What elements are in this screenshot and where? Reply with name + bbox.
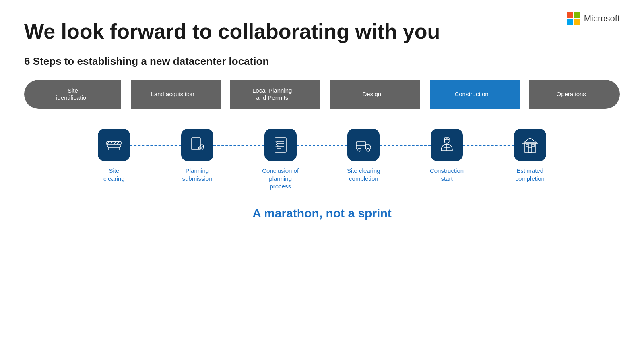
ms-blue-square <box>567 19 573 25</box>
svg-line-6 <box>111 142 112 144</box>
milestone-icon-site-clearing-completion <box>347 129 380 161</box>
milestone-label-site-clearing-completion: Site clearingcompletion <box>347 167 380 182</box>
milestone-construction-start: Constructionstart <box>405 129 489 182</box>
svg-line-1 <box>107 144 108 147</box>
connector-5 <box>463 145 514 146</box>
milestone-estimated-completion: Estimatedcompletion <box>488 129 572 182</box>
ms-green-square <box>574 12 580 18</box>
microsoft-name: Microsoft <box>584 13 620 24</box>
page-title: We look forward to collaborating with yo… <box>24 20 620 43</box>
page-subtitle: 6 Steps to establishing a new datacenter… <box>24 55 620 68</box>
svg-point-24 <box>367 148 370 151</box>
truck-icon <box>355 136 372 154</box>
connector-3 <box>297 145 348 146</box>
connector-1 <box>130 145 181 146</box>
microsoft-logo-grid <box>567 12 580 25</box>
checklist-icon <box>272 136 289 154</box>
svg-rect-32 <box>528 147 532 152</box>
connector-2 <box>213 145 264 146</box>
ms-red-square <box>567 12 573 18</box>
milestones-container: Siteclearing Planningsubmission <box>24 129 620 191</box>
pipeline-step-land-acquisition: Land acquisition <box>122 80 221 109</box>
svg-line-8 <box>117 142 119 144</box>
pipeline-step-local-planning: Local Planning and Permits <box>221 80 321 109</box>
ms-yellow-square <box>574 19 580 25</box>
pipeline-step-site-identification: Site identification <box>24 80 122 109</box>
milestone-label-estimated-completion: Estimatedcompletion <box>515 167 545 182</box>
svg-rect-17 <box>275 138 286 152</box>
svg-rect-22 <box>356 142 366 149</box>
milestone-label-planning-submission: Planningsubmission <box>182 167 212 182</box>
tagline: A marathon, not a sprint <box>24 207 620 220</box>
microsoft-logo: Microsoft <box>567 12 620 25</box>
milestone-label-site-clearing: Siteclearing <box>103 167 125 182</box>
pipeline-row: Site identification Land acquisition Loc… <box>24 80 620 109</box>
milestone-icon-estimated-completion <box>514 129 546 161</box>
svg-line-5 <box>107 142 109 144</box>
document-edit-icon <box>188 136 206 154</box>
svg-line-7 <box>114 142 116 144</box>
milestone-site-clearing-completion: Site clearingcompletion <box>322 129 405 182</box>
barrier-icon <box>105 136 123 154</box>
svg-rect-33 <box>526 144 528 147</box>
worker-icon <box>438 136 456 154</box>
svg-point-23 <box>358 148 361 151</box>
milestone-planning-conclusion: Conclusion ofplanningprocess <box>239 129 322 191</box>
milestone-icon-planning-conclusion <box>264 129 297 161</box>
page-container: Microsoft We look forward to collaborati… <box>0 0 644 350</box>
pipeline-step-design: Design <box>321 80 421 109</box>
svg-rect-34 <box>532 144 534 147</box>
milestone-planning-submission: Planningsubmission <box>156 129 239 182</box>
building-icon <box>521 136 539 154</box>
pipeline-step-operations: Operations <box>520 80 620 109</box>
milestone-icon-construction-start <box>431 129 463 161</box>
milestone-label-planning-conclusion: Conclusion ofplanningprocess <box>262 167 299 191</box>
connector-4 <box>380 145 431 146</box>
milestone-icon-site-clearing <box>98 129 130 161</box>
milestone-icon-planning-submission <box>181 129 213 161</box>
pipeline-step-construction: Construction <box>421 80 520 109</box>
svg-line-2 <box>120 144 121 147</box>
milestone-label-construction-start: Constructionstart <box>430 167 464 182</box>
svg-line-15 <box>198 147 199 150</box>
milestone-site-clearing: Siteclearing <box>72 129 156 182</box>
